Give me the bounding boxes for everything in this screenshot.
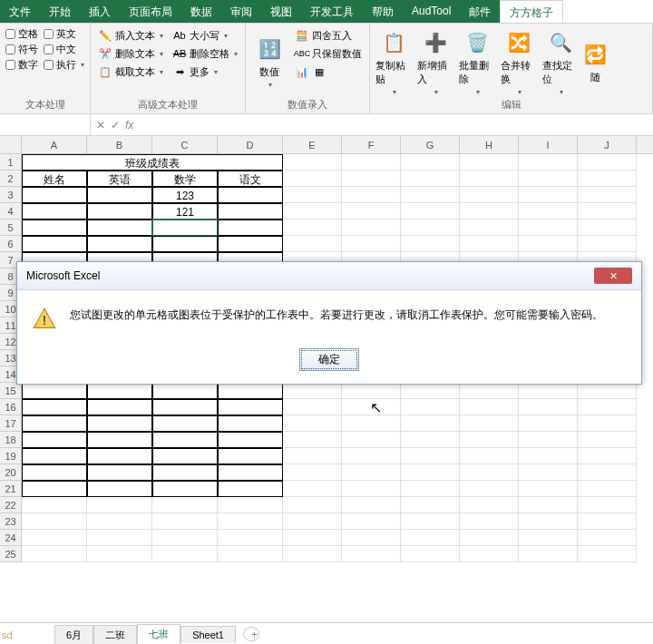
row-header[interactable]: 20: [0, 464, 22, 481]
cell[interactable]: [283, 464, 342, 481]
cell[interactable]: [401, 203, 460, 220]
cell[interactable]: [218, 432, 283, 448]
cell[interactable]: [218, 448, 283, 464]
row-header[interactable]: 22: [0, 497, 22, 513]
cell[interactable]: [87, 415, 152, 432]
chk-execute[interactable]: 执行▾: [44, 58, 84, 72]
cell[interactable]: [578, 497, 637, 513]
cell[interactable]: [218, 513, 283, 530]
cell[interactable]: [22, 383, 87, 399]
cell[interactable]: [519, 448, 578, 464]
cell[interactable]: [22, 448, 87, 464]
row-header[interactable]: 17: [0, 415, 22, 432]
tab-mail[interactable]: 邮件: [460, 0, 500, 23]
chk-english[interactable]: 英文: [44, 27, 84, 41]
cell[interactable]: [152, 432, 218, 448]
cell[interactable]: [87, 187, 152, 203]
cell[interactable]: [460, 497, 519, 513]
row-header[interactable]: 24: [0, 530, 22, 546]
cell[interactable]: [283, 513, 342, 530]
btn-del-space[interactable]: AB删除空格▾: [171, 45, 239, 62]
cell[interactable]: [578, 187, 637, 203]
cell[interactable]: [519, 481, 578, 497]
cell[interactable]: [87, 236, 152, 252]
chk-number[interactable]: 数字: [5, 58, 38, 72]
cell[interactable]: [342, 546, 401, 562]
cell[interactable]: [22, 513, 87, 530]
btn-merge[interactable]: 🔀合并转换▾: [501, 27, 537, 96]
cell[interactable]: [519, 546, 578, 562]
chk-symbol[interactable]: 符号: [5, 43, 38, 56]
cell[interactable]: [283, 530, 342, 546]
cell[interactable]: [401, 432, 460, 448]
cell[interactable]: [283, 171, 342, 187]
cell[interactable]: [519, 154, 578, 171]
col-C[interactable]: C: [152, 136, 218, 153]
btn-value[interactable]: 🔢 数值▾: [251, 27, 288, 96]
cell[interactable]: [578, 481, 637, 497]
cell[interactable]: [460, 513, 519, 530]
cell[interactable]: 语文: [218, 171, 283, 187]
btn-insert-text[interactable]: ✏️插入文本▾: [96, 27, 165, 44]
cell[interactable]: [22, 546, 87, 562]
cell[interactable]: 数学: [152, 171, 218, 187]
cell[interactable]: [87, 481, 152, 497]
cell[interactable]: [87, 432, 152, 448]
cell[interactable]: [578, 432, 637, 448]
btn-case[interactable]: Ab大小写▾: [171, 27, 239, 44]
cell[interactable]: [283, 497, 342, 513]
sheet-tab-qiban[interactable]: 七班: [137, 624, 180, 645]
cell[interactable]: [342, 448, 401, 464]
sheet-tab-6yue[interactable]: 6月: [54, 625, 93, 645]
col-I[interactable]: I: [519, 136, 578, 153]
dialog-close-button[interactable]: ✕: [594, 268, 632, 284]
cell[interactable]: [401, 154, 460, 171]
cell[interactable]: [401, 220, 460, 236]
cell[interactable]: [578, 220, 637, 236]
cell[interactable]: [578, 203, 637, 220]
cell[interactable]: [519, 399, 578, 415]
cell[interactable]: [342, 432, 401, 448]
cell[interactable]: [519, 187, 578, 203]
cell[interactable]: [218, 464, 283, 481]
cell[interactable]: [460, 171, 519, 187]
cell[interactable]: [87, 530, 152, 546]
cell[interactable]: [460, 399, 519, 415]
cell[interactable]: [342, 171, 401, 187]
cell[interactable]: [519, 464, 578, 481]
cell[interactable]: [401, 513, 460, 530]
cell[interactable]: [87, 399, 152, 415]
col-E[interactable]: E: [283, 136, 342, 153]
cell[interactable]: [283, 203, 342, 220]
cell[interactable]: [460, 220, 519, 236]
btn-copypaste[interactable]: 📋复制粘贴▾: [375, 27, 412, 96]
row-header[interactable]: 4: [0, 203, 22, 220]
cell[interactable]: [401, 448, 460, 464]
sheet-tab-sheet1[interactable]: Sheet1: [180, 626, 236, 643]
cell[interactable]: [218, 236, 283, 252]
cell[interactable]: [152, 399, 218, 415]
row-header[interactable]: 1: [0, 154, 22, 171]
tab-file[interactable]: 文件: [0, 0, 40, 23]
chk-chinese[interactable]: 中文: [44, 43, 84, 56]
cell[interactable]: [283, 448, 342, 464]
row-header[interactable]: 19: [0, 448, 22, 464]
cell[interactable]: [342, 464, 401, 481]
cell[interactable]: [87, 448, 152, 464]
cell[interactable]: [87, 203, 152, 220]
cell[interactable]: [283, 154, 342, 171]
cell[interactable]: [519, 432, 578, 448]
cell[interactable]: [87, 497, 152, 513]
cell[interactable]: [401, 546, 460, 562]
cell[interactable]: [460, 448, 519, 464]
cancel-icon[interactable]: ✕: [96, 119, 105, 132]
cell[interactable]: [519, 415, 578, 432]
cell[interactable]: [218, 546, 283, 562]
tab-help[interactable]: 帮助: [363, 0, 403, 23]
cell[interactable]: [342, 513, 401, 530]
ok-button[interactable]: 确定: [299, 348, 359, 371]
cell[interactable]: [401, 497, 460, 513]
cell[interactable]: [152, 383, 218, 399]
btn-repeat[interactable]: 🔁随: [584, 27, 606, 96]
cell[interactable]: [218, 497, 283, 513]
